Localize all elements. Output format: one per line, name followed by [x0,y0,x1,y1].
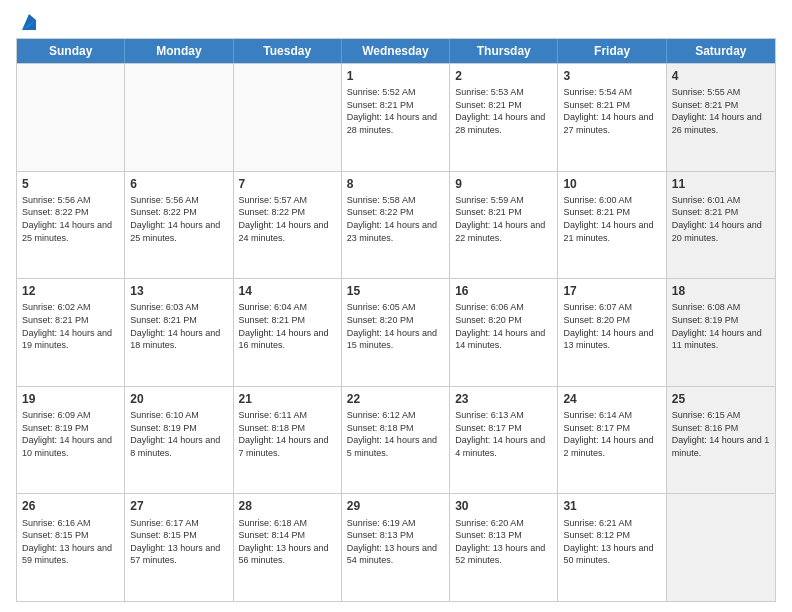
calendar-header: SundayMondayTuesdayWednesdayThursdayFrid… [17,39,775,63]
day-number: 1 [347,68,444,84]
calendar-cell: 12Sunrise: 6:02 AM Sunset: 8:21 PM Dayli… [17,279,125,386]
cell-text: Sunrise: 6:08 AM Sunset: 8:19 PM Dayligh… [672,301,770,351]
cell-text: Sunrise: 6:09 AM Sunset: 8:19 PM Dayligh… [22,409,119,459]
calendar-cell: 7Sunrise: 5:57 AM Sunset: 8:22 PM Daylig… [234,172,342,279]
day-number: 23 [455,391,552,407]
calendar-cell [125,64,233,171]
logo [16,12,40,30]
cell-text: Sunrise: 6:14 AM Sunset: 8:17 PM Dayligh… [563,409,660,459]
calendar-cell: 27Sunrise: 6:17 AM Sunset: 8:15 PM Dayli… [125,494,233,601]
calendar: SundayMondayTuesdayWednesdayThursdayFrid… [16,38,776,602]
cell-text: Sunrise: 6:21 AM Sunset: 8:12 PM Dayligh… [563,517,660,567]
calendar-cell: 15Sunrise: 6:05 AM Sunset: 8:20 PM Dayli… [342,279,450,386]
calendar-day-header: Wednesday [342,39,450,63]
calendar-cell: 26Sunrise: 6:16 AM Sunset: 8:15 PM Dayli… [17,494,125,601]
calendar-cell: 10Sunrise: 6:00 AM Sunset: 8:21 PM Dayli… [558,172,666,279]
day-number: 25 [672,391,770,407]
page: SundayMondayTuesdayWednesdayThursdayFrid… [0,0,792,612]
calendar-day-header: Friday [558,39,666,63]
cell-text: Sunrise: 5:58 AM Sunset: 8:22 PM Dayligh… [347,194,444,244]
day-number: 27 [130,498,227,514]
day-number: 15 [347,283,444,299]
day-number: 16 [455,283,552,299]
calendar-cell: 22Sunrise: 6:12 AM Sunset: 8:18 PM Dayli… [342,387,450,494]
calendar-cell: 21Sunrise: 6:11 AM Sunset: 8:18 PM Dayli… [234,387,342,494]
day-number: 21 [239,391,336,407]
cell-text: Sunrise: 6:17 AM Sunset: 8:15 PM Dayligh… [130,517,227,567]
day-number: 20 [130,391,227,407]
calendar-cell: 11Sunrise: 6:01 AM Sunset: 8:21 PM Dayli… [667,172,775,279]
calendar-week: 12Sunrise: 6:02 AM Sunset: 8:21 PM Dayli… [17,278,775,386]
day-number: 19 [22,391,119,407]
day-number: 11 [672,176,770,192]
calendar-cell: 16Sunrise: 6:06 AM Sunset: 8:20 PM Dayli… [450,279,558,386]
cell-text: Sunrise: 6:10 AM Sunset: 8:19 PM Dayligh… [130,409,227,459]
cell-text: Sunrise: 6:15 AM Sunset: 8:16 PM Dayligh… [672,409,770,459]
day-number: 12 [22,283,119,299]
calendar-cell: 13Sunrise: 6:03 AM Sunset: 8:21 PM Dayli… [125,279,233,386]
cell-text: Sunrise: 5:59 AM Sunset: 8:21 PM Dayligh… [455,194,552,244]
day-number: 5 [22,176,119,192]
calendar-cell: 2Sunrise: 5:53 AM Sunset: 8:21 PM Daylig… [450,64,558,171]
cell-text: Sunrise: 6:11 AM Sunset: 8:18 PM Dayligh… [239,409,336,459]
calendar-cell: 28Sunrise: 6:18 AM Sunset: 8:14 PM Dayli… [234,494,342,601]
day-number: 14 [239,283,336,299]
calendar-cell [667,494,775,601]
day-number: 10 [563,176,660,192]
calendar-cell: 19Sunrise: 6:09 AM Sunset: 8:19 PM Dayli… [17,387,125,494]
calendar-cell: 6Sunrise: 5:56 AM Sunset: 8:22 PM Daylig… [125,172,233,279]
day-number: 9 [455,176,552,192]
cell-text: Sunrise: 6:18 AM Sunset: 8:14 PM Dayligh… [239,517,336,567]
calendar-cell: 23Sunrise: 6:13 AM Sunset: 8:17 PM Dayli… [450,387,558,494]
cell-text: Sunrise: 6:06 AM Sunset: 8:20 PM Dayligh… [455,301,552,351]
calendar-cell: 3Sunrise: 5:54 AM Sunset: 8:21 PM Daylig… [558,64,666,171]
cell-text: Sunrise: 5:56 AM Sunset: 8:22 PM Dayligh… [22,194,119,244]
day-number: 2 [455,68,552,84]
cell-text: Sunrise: 6:00 AM Sunset: 8:21 PM Dayligh… [563,194,660,244]
day-number: 13 [130,283,227,299]
day-number: 24 [563,391,660,407]
day-number: 18 [672,283,770,299]
calendar-cell: 18Sunrise: 6:08 AM Sunset: 8:19 PM Dayli… [667,279,775,386]
calendar-cell: 25Sunrise: 6:15 AM Sunset: 8:16 PM Dayli… [667,387,775,494]
calendar-cell: 31Sunrise: 6:21 AM Sunset: 8:12 PM Dayli… [558,494,666,601]
day-number: 3 [563,68,660,84]
cell-text: Sunrise: 6:20 AM Sunset: 8:13 PM Dayligh… [455,517,552,567]
day-number: 29 [347,498,444,514]
calendar-cell: 1Sunrise: 5:52 AM Sunset: 8:21 PM Daylig… [342,64,450,171]
calendar-week: 26Sunrise: 6:16 AM Sunset: 8:15 PM Dayli… [17,493,775,601]
cell-text: Sunrise: 6:12 AM Sunset: 8:18 PM Dayligh… [347,409,444,459]
cell-text: Sunrise: 6:13 AM Sunset: 8:17 PM Dayligh… [455,409,552,459]
cell-text: Sunrise: 5:52 AM Sunset: 8:21 PM Dayligh… [347,86,444,136]
day-number: 26 [22,498,119,514]
cell-text: Sunrise: 6:19 AM Sunset: 8:13 PM Dayligh… [347,517,444,567]
cell-text: Sunrise: 5:53 AM Sunset: 8:21 PM Dayligh… [455,86,552,136]
calendar-day-header: Saturday [667,39,775,63]
cell-text: Sunrise: 6:03 AM Sunset: 8:21 PM Dayligh… [130,301,227,351]
day-number: 7 [239,176,336,192]
header [16,12,776,30]
cell-text: Sunrise: 6:04 AM Sunset: 8:21 PM Dayligh… [239,301,336,351]
cell-text: Sunrise: 5:54 AM Sunset: 8:21 PM Dayligh… [563,86,660,136]
day-number: 22 [347,391,444,407]
calendar-cell [17,64,125,171]
calendar-cell: 8Sunrise: 5:58 AM Sunset: 8:22 PM Daylig… [342,172,450,279]
calendar-day-header: Monday [125,39,233,63]
calendar-cell: 9Sunrise: 5:59 AM Sunset: 8:21 PM Daylig… [450,172,558,279]
day-number: 6 [130,176,227,192]
day-number: 17 [563,283,660,299]
cell-text: Sunrise: 6:05 AM Sunset: 8:20 PM Dayligh… [347,301,444,351]
calendar-cell: 17Sunrise: 6:07 AM Sunset: 8:20 PM Dayli… [558,279,666,386]
logo-icon [18,12,40,34]
cell-text: Sunrise: 6:07 AM Sunset: 8:20 PM Dayligh… [563,301,660,351]
cell-text: Sunrise: 6:16 AM Sunset: 8:15 PM Dayligh… [22,517,119,567]
svg-marker-0 [22,14,36,30]
cell-text: Sunrise: 5:57 AM Sunset: 8:22 PM Dayligh… [239,194,336,244]
cell-text: Sunrise: 5:55 AM Sunset: 8:21 PM Dayligh… [672,86,770,136]
calendar-cell: 14Sunrise: 6:04 AM Sunset: 8:21 PM Dayli… [234,279,342,386]
cell-text: Sunrise: 5:56 AM Sunset: 8:22 PM Dayligh… [130,194,227,244]
calendar-cell [234,64,342,171]
day-number: 31 [563,498,660,514]
calendar-cell: 5Sunrise: 5:56 AM Sunset: 8:22 PM Daylig… [17,172,125,279]
calendar-week: 1Sunrise: 5:52 AM Sunset: 8:21 PM Daylig… [17,63,775,171]
